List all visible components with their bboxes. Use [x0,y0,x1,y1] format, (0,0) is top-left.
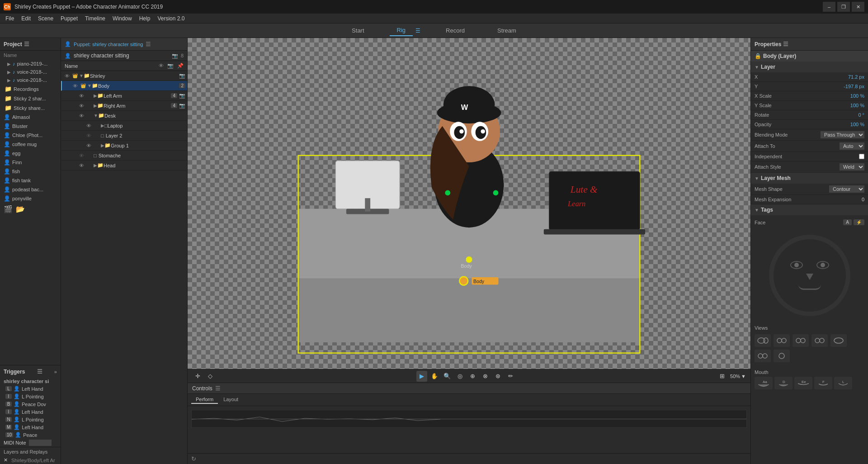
project-folder-recordings[interactable]: 📁 Recordings [0,84,61,94]
trigger-peace[interactable]: 10 👤 Peace [0,431,61,439]
layer-right-arm[interactable]: 👁 ▶ 📁 Right Arm 4 📷 [61,101,187,111]
collapse-chevron[interactable]: ▼ [87,83,92,88]
tab-stream[interactable]: Stream [490,25,524,36]
project-item-piano[interactable]: ▶ ♪ piano-2019-... [0,60,61,68]
menu-edit[interactable]: Edit [18,14,34,23]
layer-stomache[interactable]: 👁 □ Stomache [61,151,187,161]
eye-button[interactable]: 👁 [77,102,85,110]
minimize-button[interactable]: – [823,2,835,12]
collapse-chevron[interactable]: ▶ [94,93,97,98]
zoom-level[interactable]: 50% ▼ [730,374,746,379]
eye-button[interactable]: 👁 [77,92,85,100]
collapse-chevron[interactable]: ▼ [94,113,98,118]
project-folder-sticky2[interactable]: 📁 Sticky 2 shar... [0,94,61,103]
project-item-ponyville[interactable]: 👤 ponyville [0,194,61,203]
layer-desk[interactable]: 👁 ▼ 📁 Desk [61,111,187,121]
menu-file[interactable]: File [2,14,18,23]
brush-tool[interactable]: ✏ [505,371,516,382]
mesh-shape-dropdown[interactable]: Contour Rectangle [829,185,864,193]
layer-laptop[interactable]: 👁 ▶ □ Laptop [61,121,187,131]
rig-menu-icon[interactable]: ☰ [415,28,420,34]
eye-button[interactable]: 👁 [71,82,79,90]
mouth-d[interactable]: D [774,377,793,389]
view-item-3[interactable] [793,334,809,347]
project-item-chloe[interactable]: 👤 Chloe (Phot... [0,131,61,140]
menu-window[interactable]: Window [109,14,136,23]
view-item-1[interactable] [755,334,771,347]
expand-chevron[interactable]: ▶ [101,123,104,128]
eye-button[interactable]: 👁 [63,72,71,80]
diamond-tool[interactable]: ◇ [205,371,216,382]
eye-button[interactable]: 👁 [85,122,93,130]
menu-version[interactable]: Version 2.0 [154,14,188,23]
layer-section-title[interactable]: ▼ Layer [751,62,868,72]
x-value[interactable]: 71.2 px [848,74,864,80]
eye-button[interactable]: 👁 [85,142,93,150]
project-item-almasol[interactable]: 👤 Almasol [0,113,61,122]
midi-input[interactable] [29,440,52,446]
layer-shirley[interactable]: 👁 👑 ▼ 📁 Shirley 📷 [61,71,187,81]
refresh-icon[interactable]: ↻ [191,455,196,462]
project-item-voice1[interactable]: ▶ ♪ voice-2018-... [0,68,61,76]
select-tool[interactable]: ▶ [416,371,427,382]
rotate-value[interactable]: 0 ° [858,112,864,118]
project-folder-sticky[interactable]: 📁 Sticky share... [0,103,61,113]
triggers-menu-icon[interactable]: ☰ [37,368,42,375]
magnet-tool[interactable]: ⊛ [492,371,503,382]
collapse-chevron[interactable]: ▼ [79,73,84,78]
project-menu-icon[interactable]: ☰ [24,41,29,47]
trigger-l-pointing[interactable]: I 👤 L Pointing [0,393,61,400]
project-item-fishtank[interactable]: 👤 fish tank [0,176,61,185]
yscale-value[interactable]: 100 % [850,103,864,108]
puppet-menu-icon[interactable]: ☰ [146,41,151,47]
view-item-2[interactable] [774,334,790,347]
project-item-bluster[interactable]: 👤 Bluster [0,122,61,131]
tags-section-title[interactable]: ▼ Tags [751,204,868,215]
project-item-coffee[interactable]: 👤 coffee mug [0,140,61,149]
face-tag-icon-button[interactable]: ⚡ [854,219,864,225]
attach-style-dropdown[interactable]: Weld None [840,163,864,170]
layer-left-arm[interactable]: 👁 ▶ 📁 Left Arm 4 📷 [61,91,187,101]
eye-button[interactable]: 👁 [77,112,85,120]
trigger-left-hand-3[interactable]: M 👤 Left Hand [0,423,61,431]
expand-chevron[interactable]: ▶ [94,163,97,168]
grid-toggle[interactable]: ⊞ [717,371,727,382]
mouth-l[interactable]: L [834,377,852,389]
zoom-tool[interactable]: 🔍 [442,371,453,382]
tab-rig[interactable]: Rig [390,25,413,36]
project-item-egg[interactable]: 👤 egg [0,149,61,158]
trigger-left-hand-1[interactable]: L 👤 Left Hand [0,385,61,393]
layer-head[interactable]: 👁 ▶ 📁 Head [61,161,187,170]
mouth-ee[interactable]: Ee [794,377,812,389]
blending-dropdown[interactable]: Pass Through Normal Multiply [821,131,864,138]
controls-menu-icon[interactable]: ☰ [215,385,221,392]
project-item-voice2[interactable]: ▶ ♪ voice-2018-... [0,76,61,84]
menu-scene[interactable]: Scene [34,14,57,23]
tab-layout[interactable]: Layout [219,396,243,404]
layer-layer2[interactable]: 👁 □ Layer 2 [61,131,187,141]
project-item-fish[interactable]: 👤 fish [0,167,61,176]
tab-perform[interactable]: Perform [191,396,218,404]
mouth-aa[interactable]: Aa [755,377,773,389]
project-item-podcast[interactable]: 👤 podeast bac... [0,185,61,194]
transform-tool[interactable]: ✛ [192,371,203,382]
layer-mesh-title[interactable]: ▼ Layer Mesh [751,173,868,184]
view-item-7[interactable] [774,350,790,362]
hand-tool[interactable]: ✋ [429,371,440,382]
independent-checkbox[interactable] [859,154,864,159]
eye-button[interactable]: 👁 [77,161,85,170]
y-value[interactable]: -197.8 px [844,84,864,89]
layer-group1[interactable]: 👁 ▶ 📁 Group 1 [61,141,187,151]
canvas-area[interactable]: Body Lute & Learn [188,38,750,369]
pin-tool[interactable]: ⊗ [480,371,491,382]
properties-menu-icon[interactable]: ☰ [783,41,788,47]
attach-to-dropdown[interactable]: Auto None [840,142,864,150]
view-item-6[interactable] [755,350,771,362]
eye-button[interactable]: 👁 [77,152,85,160]
trigger-l-pointing-2[interactable]: N 👤 L Pointing [0,416,61,423]
close-button[interactable]: ✕ [852,2,864,12]
expand-chevron[interactable]: ▶ [101,143,104,148]
eye-button[interactable]: 👁 [85,132,93,140]
triggers-expand-icon[interactable]: » [54,369,57,374]
collapse-chevron[interactable]: ▶ [94,103,97,108]
